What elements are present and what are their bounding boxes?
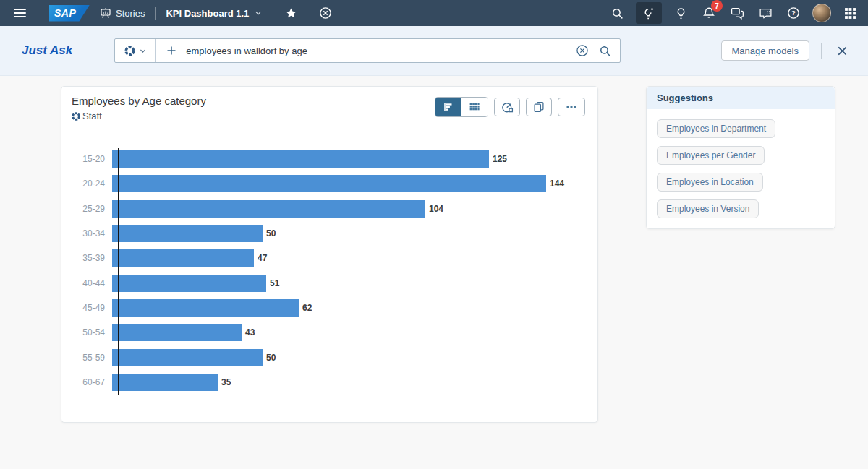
gauge-button[interactable] [494, 98, 520, 116]
askbar-divider [821, 43, 822, 59]
topbar-right: 7 ? [608, 2, 868, 24]
chevron-down-icon [139, 47, 147, 55]
favorite-star-icon[interactable] [281, 4, 300, 22]
chart-card: Employees by Age category Staff [61, 86, 598, 423]
value-label: 104 [429, 204, 443, 214]
help-icon[interactable]: ? [784, 4, 803, 22]
bar-area: 125 [112, 150, 507, 168]
bar-area: 51 [112, 275, 279, 292]
suggestion-button[interactable]: Employees in Location [657, 173, 763, 192]
submit-search-icon[interactable] [599, 45, 611, 57]
table-icon [469, 101, 480, 113]
bar[interactable] [112, 374, 218, 391]
chevron-down-icon [254, 9, 263, 17]
value-label: 50 [266, 228, 276, 238]
assistant-bulb-icon[interactable] [636, 2, 662, 24]
bar[interactable] [112, 225, 263, 242]
notification-badge: 7 [711, 0, 723, 12]
bar-area: 47 [112, 249, 267, 267]
more-icon [566, 101, 577, 113]
bar[interactable] [112, 299, 299, 317]
bar[interactable] [112, 249, 254, 267]
model-selector[interactable] [115, 39, 156, 62]
chats-icon[interactable] [728, 4, 746, 22]
bar[interactable] [112, 200, 425, 218]
just-ask-searchbox: employees in walldorf by age [114, 38, 621, 63]
bar[interactable] [112, 324, 242, 341]
value-label: 50 [266, 353, 276, 363]
value-label: 47 [258, 253, 267, 263]
bar-row: 35-3947 [72, 249, 587, 267]
more-actions-button[interactable] [558, 98, 585, 116]
category-label: 25-29 [72, 204, 112, 214]
top-shell-bar: SAP Stories KPI Dashboard 1.1 [0, 0, 868, 26]
feedback-icon[interactable] [756, 4, 775, 22]
plus-icon [166, 45, 177, 56]
category-axis-line [118, 148, 119, 395]
menu-icon[interactable] [7, 3, 32, 23]
sap-logo: SAP [49, 5, 90, 22]
add-token-button[interactable] [156, 45, 186, 56]
bar-row: 60-6735 [72, 374, 587, 391]
bar-row: 50-5443 [72, 324, 587, 341]
value-label: 125 [493, 154, 507, 164]
suggestion-button[interactable]: Employees per Gender [657, 146, 765, 165]
bulb-icon[interactable] [671, 4, 690, 22]
bar-area: 50 [112, 349, 276, 366]
bar-chart-view-button[interactable] [435, 98, 461, 116]
bar-plot: 15-2012520-2414425-2910430-345035-394740… [72, 150, 587, 391]
model-row: Staff [71, 111, 102, 121]
category-label: 15-20 [72, 154, 112, 164]
bell-icon[interactable]: 7 [699, 4, 718, 22]
bar-area: 104 [112, 200, 443, 218]
bar-row: 30-3450 [72, 225, 587, 242]
value-label: 43 [245, 327, 255, 337]
clear-icon[interactable] [576, 44, 589, 57]
bar-chart-icon [443, 101, 454, 113]
category-label: 45-49 [72, 303, 112, 313]
bar-area: 50 [112, 225, 276, 242]
model-icon [124, 45, 136, 57]
app-title-text: KPI Dashboard 1.1 [166, 8, 249, 19]
bar-row: 20-24144 [72, 175, 587, 192]
category-label: 55-59 [72, 353, 112, 363]
stories-nav[interactable]: Stories [100, 7, 145, 19]
apps-grid-icon[interactable] [841, 4, 859, 22]
copy-icon [533, 101, 545, 113]
just-ask-title: Just Ask [22, 43, 72, 58]
svg-text:?: ? [791, 9, 796, 17]
bar-row: 40-4451 [72, 275, 587, 292]
just-ask-bar: Just Ask employees in walldorf by age [0, 26, 868, 76]
model-icon [71, 111, 81, 121]
query-input[interactable]: employees in walldorf by age [186, 46, 576, 56]
value-label: 51 [270, 278, 279, 288]
bar-row: 15-20125 [72, 150, 587, 168]
bar[interactable] [112, 275, 266, 292]
bar[interactable] [112, 349, 263, 366]
bar-area: 35 [112, 374, 231, 391]
suggestions-panel: Suggestions Employees in DepartmentEmplo… [646, 86, 835, 229]
suggestion-button[interactable]: Employees in Department [657, 119, 775, 138]
search-icon[interactable] [608, 4, 626, 22]
avatar[interactable] [812, 4, 831, 22]
close-icon[interactable] [833, 42, 851, 59]
app-title[interactable]: KPI Dashboard 1.1 [166, 8, 263, 19]
bar[interactable] [112, 175, 546, 192]
main-content: Employees by Age category Staff [0, 76, 868, 469]
copy-button[interactable] [526, 98, 552, 116]
manage-models-button[interactable]: Manage models [721, 40, 810, 61]
stories-icon [100, 7, 111, 19]
table-view-button[interactable] [461, 98, 488, 116]
category-label: 40-44 [72, 278, 112, 288]
value-label: 35 [221, 377, 231, 387]
bar[interactable] [112, 150, 489, 168]
value-label: 62 [302, 303, 312, 313]
category-label: 50-54 [72, 327, 112, 337]
suggestion-button[interactable]: Employees in Version [657, 199, 759, 218]
category-label: 30-34 [72, 228, 112, 238]
stories-label: Stories [116, 8, 145, 19]
circle-close-icon[interactable] [316, 4, 335, 22]
bar-area: 43 [112, 324, 255, 341]
model-label: Staff [82, 111, 102, 121]
chart-title: Employees by Age category [72, 95, 206, 107]
